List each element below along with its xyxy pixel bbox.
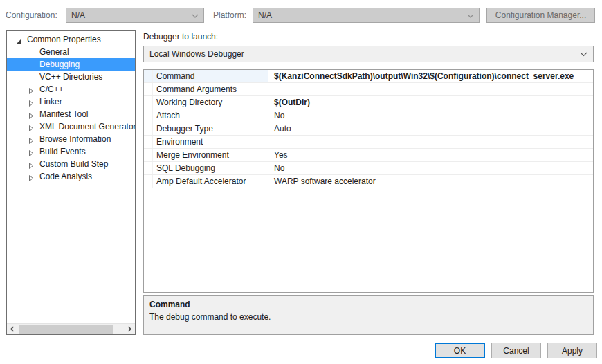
tree-item-linker[interactable]: Linker — [7, 95, 135, 108]
tree-item-label: Custom Build Step — [39, 158, 108, 170]
property-row[interactable]: Merge EnvironmentYes — [144, 149, 593, 162]
platform-label: Platform: — [213, 10, 246, 20]
tree-collapsed-icon[interactable] — [29, 173, 34, 183]
tree-collapsed-icon[interactable] — [29, 123, 34, 133]
tree-item-debugging[interactable]: Debugging — [7, 58, 135, 71]
row-gutter — [144, 96, 153, 109]
property-row[interactable]: Command$(KanziConnectSdkPath)\output\Win… — [144, 70, 593, 83]
tree-item-label: Linker — [39, 95, 62, 108]
property-pages-tree: Common PropertiesGeneralDebuggingVC++ Di… — [6, 30, 136, 335]
debugger-dropdown-value: Local Windows Debugger — [149, 49, 244, 59]
property-row[interactable]: Command Arguments — [144, 83, 593, 96]
tree-item-general[interactable]: General — [7, 46, 135, 58]
property-name: Command — [153, 70, 268, 82]
debugger-to-launch-dropdown[interactable]: Local Windows Debugger — [143, 46, 594, 62]
property-row[interactable]: AttachNo — [144, 109, 593, 122]
property-row[interactable]: Debugger TypeAuto — [144, 122, 593, 136]
property-description-panel: Command The debug command to execute. — [143, 295, 594, 335]
tree-item-build-events[interactable]: Build Events — [7, 145, 135, 158]
row-gutter — [144, 122, 153, 135]
property-name: Merge Environment — [153, 149, 268, 161]
tree-expanded-icon[interactable] — [16, 36, 22, 46]
property-value[interactable]: No — [268, 162, 593, 174]
scrollbar-thumb[interactable] — [19, 325, 113, 334]
row-gutter — [144, 136, 153, 148]
chevron-down-icon — [192, 10, 199, 20]
chevron-down-icon — [467, 10, 474, 20]
tree-collapsed-icon[interactable] — [29, 111, 34, 120]
tree-item-manifest-tool[interactable]: Manifest Tool — [7, 108, 135, 120]
ok-button[interactable]: OK — [435, 343, 485, 358]
property-name: Debugger Type — [153, 122, 268, 135]
property-row[interactable]: Environment — [144, 136, 593, 149]
tree-item-label: VC++ Directories — [39, 71, 102, 83]
row-gutter — [144, 70, 153, 82]
property-row[interactable]: Working Directory$(OutDir) — [144, 96, 593, 109]
description-text: The debug command to execute. — [149, 312, 587, 322]
row-gutter — [144, 162, 153, 174]
description-title: Command — [149, 300, 587, 309]
tree-item-label: C/C++ — [39, 83, 64, 95]
cancel-button[interactable]: Cancel — [491, 343, 541, 358]
configuration-dropdown-value: N/A — [71, 10, 85, 20]
row-gutter — [144, 109, 153, 122]
property-value[interactable] — [268, 83, 593, 95]
property-value[interactable]: WARP software accelerator — [268, 175, 593, 188]
row-gutter — [144, 149, 153, 161]
property-value[interactable]: No — [268, 109, 593, 122]
scroll-left-icon[interactable] — [7, 324, 18, 335]
tree-collapsed-icon[interactable] — [29, 86, 34, 95]
configuration-manager-button[interactable]: Configuration Manager... — [486, 8, 595, 23]
tree-item-label: Build Events — [39, 145, 86, 158]
tree-item-label: Manifest Tool — [39, 108, 88, 120]
tree-collapsed-icon[interactable] — [29, 136, 34, 145]
property-value[interactable]: Auto — [268, 122, 593, 135]
tree-item-label: XML Document Generator — [39, 120, 135, 133]
tree-item-label: Common Properties — [27, 33, 101, 46]
tree-collapsed-icon[interactable] — [29, 98, 34, 108]
property-value[interactable]: $(KanziConnectSdkPath)\output\Win32\$(Co… — [268, 70, 593, 82]
property-name: Amp Default Accelerator — [153, 175, 268, 188]
tree-item-label: General — [39, 46, 69, 58]
tree-collapsed-icon[interactable] — [29, 161, 34, 170]
property-value[interactable] — [268, 136, 593, 148]
property-name: Attach — [153, 109, 268, 122]
apply-button[interactable]: Apply — [547, 343, 597, 358]
property-grid: Command$(KanziConnectSdkPath)\output\Win… — [143, 69, 594, 293]
property-value[interactable]: $(OutDir) — [268, 96, 593, 109]
property-name: Environment — [153, 136, 268, 148]
tree-item-code-analysis[interactable]: Code Analysis — [7, 170, 135, 183]
property-name: SQL Debugging — [153, 162, 268, 174]
tree-items: Common PropertiesGeneralDebuggingVC++ Di… — [7, 33, 135, 183]
row-gutter — [144, 83, 153, 95]
scroll-right-icon[interactable] — [124, 324, 135, 335]
row-gutter — [144, 175, 153, 188]
property-row[interactable]: SQL DebuggingNo — [144, 162, 593, 175]
tree-horizontal-scrollbar[interactable] — [7, 323, 135, 334]
tree-item-browse-information[interactable]: Browse Information — [7, 133, 135, 145]
configuration-label: Configuration: — [6, 10, 57, 20]
property-row[interactable]: Amp Default AcceleratorWARP software acc… — [144, 175, 593, 188]
debugger-to-launch-label: Debugger to launch: — [143, 32, 218, 42]
tree-collapsed-icon[interactable] — [29, 148, 34, 158]
tree-item-xml-document-generator[interactable]: XML Document Generator — [7, 120, 135, 133]
property-name: Working Directory — [153, 96, 268, 109]
tree-item-label: Debugging — [39, 58, 80, 71]
property-name: Command Arguments — [153, 83, 268, 95]
platform-dropdown-value: N/A — [258, 10, 272, 20]
tree-item-vc-directories[interactable]: VC++ Directories — [7, 71, 135, 83]
chevron-down-icon — [580, 49, 587, 59]
tree-item-custom-build-step[interactable]: Custom Build Step — [7, 158, 135, 170]
platform-dropdown[interactable]: N/A — [253, 8, 480, 23]
tree-item-common-properties[interactable]: Common Properties — [7, 33, 135, 46]
configuration-dropdown[interactable]: N/A — [66, 8, 204, 23]
property-value[interactable]: Yes — [268, 149, 593, 161]
tree-item-c-c-[interactable]: C/C++ — [7, 83, 135, 95]
tree-item-label: Browse Information — [39, 133, 111, 145]
tree-item-label: Code Analysis — [39, 170, 92, 183]
